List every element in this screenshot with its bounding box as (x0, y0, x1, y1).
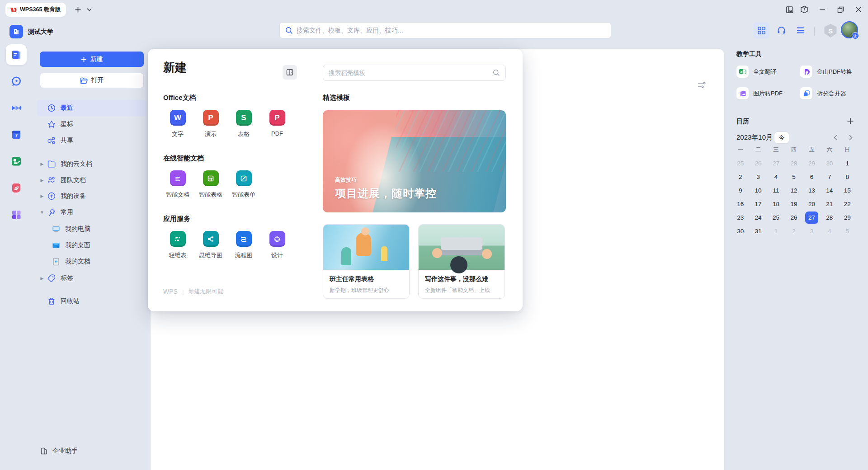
rail-documents-button[interactable] (6, 44, 27, 65)
new-smart-sheet-tile[interactable]: 智能表格 (194, 170, 227, 199)
enterprise-assistant[interactable]: 企业助手 (40, 447, 78, 455)
calendar-day[interactable]: 25 (769, 212, 783, 224)
global-search-input[interactable] (297, 27, 605, 34)
rail-meeting-button[interactable] (6, 98, 27, 118)
calendar-day[interactable]: 1 (841, 157, 854, 169)
new-design-tile[interactable]: 设计 (260, 231, 294, 259)
calendar-day[interactable]: 11 (769, 184, 783, 197)
calendar-prev-icon[interactable] (830, 132, 841, 143)
sidebar-item-my-desktop[interactable]: 我的桌面 (37, 237, 146, 254)
rail-notes-button[interactable] (6, 178, 27, 198)
new-spreadsheet-tile[interactable]: S 表格 (227, 110, 260, 138)
calendar-day[interactable]: 2 (734, 171, 747, 183)
org-name[interactable]: 测试大学 (28, 28, 53, 36)
calendar-day[interactable]: 22 (841, 198, 854, 210)
calendar-day[interactable]: 19 (787, 198, 800, 210)
calendar-day[interactable]: 27 (769, 157, 783, 169)
calendar-day[interactable]: 25 (734, 157, 747, 169)
calendar-day[interactable]: 3 (752, 171, 765, 183)
calendar-day[interactable]: 30 (734, 225, 747, 237)
calendar-day[interactable]: 2 (787, 225, 800, 237)
calendar-day[interactable]: 4 (823, 225, 836, 237)
layout-toggle-button[interactable] (283, 65, 297, 80)
rail-classroom-button[interactable] (6, 151, 27, 172)
calendar-day[interactable]: 15 (841, 184, 854, 197)
expand-arrow-icon[interactable]: ▶ (37, 178, 47, 183)
calendar-day[interactable]: 31 (752, 225, 765, 237)
tool-image-to-pdf[interactable]: 图片转PDF (736, 87, 783, 99)
calendar-day[interactable]: 29 (841, 212, 854, 224)
sidebar-item-team-docs[interactable]: ▶ 团队文档 (37, 172, 146, 188)
new-pdf-tile[interactable]: P PDF (260, 110, 294, 137)
calendar-day[interactable]: 3 (805, 225, 818, 237)
sidebar-item-starred[interactable]: 星标 (37, 116, 146, 132)
member-shield-icon[interactable]: S (824, 24, 837, 38)
expand-arrow-icon[interactable]: ▶ (37, 162, 47, 166)
calendar-day[interactable]: 17 (752, 198, 765, 210)
calendar-day[interactable]: 8 (841, 171, 854, 183)
calendar-day[interactable]: 13 (805, 184, 818, 197)
tool-split-merge[interactable]: 拆分合并器 (800, 87, 846, 99)
template-card-writing[interactable]: 写作这件事，没那么难 全新组件「智能文档」上线 (418, 224, 505, 299)
org-logo-icon[interactable] (9, 25, 23, 38)
calendar-day-selected[interactable]: 27 (805, 212, 818, 224)
close-button[interactable] (852, 3, 865, 16)
sidebar-item-cloud-docs[interactable]: ▶ 我的云文档 (37, 156, 146, 172)
calendar-day[interactable]: 20 (805, 198, 818, 210)
sidebar-item-recycle-bin[interactable]: 回收站 (37, 293, 146, 310)
rail-calendar-button[interactable]: 7 (6, 124, 27, 145)
calendar-day[interactable]: 29 (805, 157, 818, 169)
rail-messages-button[interactable] (6, 71, 27, 92)
new-mindmap-tile[interactable]: 思维导图 (194, 231, 227, 259)
open-button[interactable]: 打开 (40, 73, 144, 88)
main-menu-button[interactable] (793, 22, 809, 38)
calendar-day[interactable]: 18 (769, 198, 783, 210)
new-writer-tile[interactable]: W 文字 (161, 110, 194, 138)
template-search-input[interactable] (329, 70, 489, 76)
calendar-day[interactable]: 16 (734, 198, 747, 210)
workspace-box-button[interactable] (797, 3, 811, 16)
calendar-day[interactable]: 23 (734, 212, 747, 224)
tool-full-translation[interactable]: a中 全文翻译 (736, 66, 777, 78)
calendar-day[interactable]: 21 (823, 198, 836, 210)
minimize-button[interactable] (816, 3, 829, 16)
display-settings-icon[interactable] (698, 81, 706, 89)
rail-apps-button[interactable] (6, 204, 27, 225)
expand-arrow-icon[interactable]: ▶ (37, 276, 47, 281)
calendar-day[interactable]: 14 (823, 184, 836, 197)
new-tab-plus-icon[interactable] (72, 4, 83, 15)
calendar-day[interactable]: 10 (752, 184, 765, 197)
template-card-homeroom[interactable]: 班主任常用表格 新学期，班级管理更舒心 (323, 224, 410, 299)
restore-button[interactable] (834, 3, 847, 16)
calendar-day[interactable]: 30 (823, 157, 836, 169)
calendar-day[interactable]: 4 (769, 171, 783, 183)
global-search[interactable] (279, 22, 611, 38)
new-button[interactable]: 新建 (40, 52, 144, 67)
support-headset-button[interactable] (773, 22, 789, 38)
apps-grid-button[interactable] (753, 22, 769, 38)
sidebar-item-frequent[interactable]: ▼ 常用 (37, 204, 146, 221)
featured-banner[interactable]: 高效技巧 项目进展，随时掌控 (323, 110, 506, 212)
calendar-day[interactable]: 28 (787, 157, 800, 169)
calendar-day[interactable]: 28 (823, 212, 836, 224)
calendar-day[interactable]: 9 (734, 184, 747, 197)
calendar-day[interactable]: 5 (787, 171, 800, 183)
calendar-today-button[interactable]: 今 (774, 132, 789, 144)
home-tab[interactable]: WPS365 教育版 (5, 3, 66, 17)
collapse-arrow-icon[interactable]: ▼ (37, 210, 47, 215)
new-presentation-tile[interactable]: P 演示 (194, 110, 227, 138)
calendar-day[interactable]: 1 (769, 225, 783, 237)
sidebar-item-my-computer[interactable]: 我的电脑 (37, 221, 146, 237)
new-lightsheet-tile[interactable]: 轻维表 (161, 231, 194, 259)
new-smart-doc-tile[interactable]: 智能文档 (161, 170, 194, 199)
calendar-add-event-icon[interactable] (844, 115, 856, 127)
tab-list-chevron-icon[interactable] (84, 4, 94, 15)
calendar-day[interactable]: 12 (787, 184, 800, 197)
calendar-day[interactable]: 7 (823, 171, 836, 183)
sidebar-item-recent[interactable]: 最近 (37, 100, 146, 116)
template-search[interactable] (323, 65, 506, 81)
calendar-day[interactable]: 5 (841, 225, 854, 237)
calendar-day[interactable]: 6 (805, 171, 818, 183)
sidebar-item-shared[interactable]: 共享 (37, 132, 146, 149)
new-flowchart-tile[interactable]: 流程图 (227, 231, 260, 259)
